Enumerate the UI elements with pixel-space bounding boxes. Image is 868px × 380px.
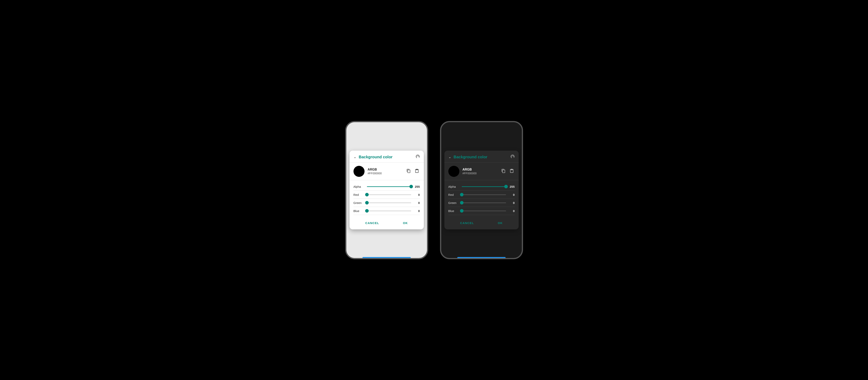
dialog-title-dark: Background color: [454, 155, 488, 159]
slider-thumb-blue-light[interactable]: [365, 209, 369, 213]
slider-value-green-dark: 0: [509, 201, 515, 205]
slider-row-blue-light: Blue 0: [353, 207, 420, 215]
slider-track-bg-blue-light: [367, 211, 411, 211]
slider-track-red-light[interactable]: [367, 193, 411, 197]
color-circle-light: [353, 166, 365, 177]
slider-track-green-light[interactable]: [367, 201, 411, 205]
dialog-header-dark: ⌄ Background color: [444, 150, 519, 163]
slider-thumb-alpha-dark[interactable]: [504, 185, 508, 188]
chevron-down-icon-dark[interactable]: ⌄: [448, 155, 451, 159]
slider-track-red-dark[interactable]: [462, 193, 506, 197]
slider-row-green-light: Green 0: [353, 199, 420, 207]
phone-light: ⌄ Background color ARGB #FF000000: [345, 121, 428, 259]
slider-fill-alpha-dark: [462, 186, 506, 187]
slider-value-green-light: 0: [414, 201, 420, 205]
palette-icon-dark[interactable]: [510, 154, 515, 160]
slider-label-green-dark: Green: [448, 201, 459, 205]
palette-icon-light[interactable]: [415, 154, 420, 160]
slider-track-blue-dark[interactable]: [462, 209, 506, 213]
slider-track-bg-alpha-dark: [462, 186, 506, 187]
slider-row-alpha-light: Alpha 255: [353, 183, 420, 191]
slider-track-bg-green-dark: [462, 203, 506, 203]
slider-label-alpha-dark: Alpha: [448, 185, 459, 188]
copy-icons-light: [406, 168, 420, 175]
slider-track-green-dark[interactable]: [462, 201, 506, 205]
color-info-light: ARGB #FF000000: [368, 168, 402, 175]
slider-label-red-light: Red: [353, 193, 364, 197]
slider-fill-alpha-light: [367, 186, 411, 187]
slider-track-bg-blue-dark: [462, 211, 506, 211]
slider-value-red-light: 0: [414, 193, 420, 197]
slider-track-blue-light[interactable]: [367, 209, 411, 213]
slider-track-alpha-dark[interactable]: [462, 184, 506, 188]
color-format-light: ARGB: [368, 168, 402, 171]
cancel-button-light[interactable]: CANCEL: [362, 220, 383, 226]
slider-value-red-dark: 0: [509, 193, 515, 197]
slider-thumb-red-dark[interactable]: [460, 193, 464, 197]
slider-thumb-red-light[interactable]: [365, 193, 369, 197]
slider-label-green-light: Green: [353, 201, 364, 205]
color-info-dark: ARGB #FF000000: [463, 168, 497, 175]
slider-value-blue-dark: 0: [509, 209, 515, 213]
slider-track-alpha-light[interactable]: [367, 184, 411, 188]
phone-dark: ⌄ Background color ARGB #FF000000: [440, 121, 523, 259]
slider-label-blue-dark: Blue: [448, 209, 459, 213]
paste-icon-dark[interactable]: [509, 168, 515, 175]
slider-row-blue-dark: Blue 0: [448, 207, 515, 215]
color-hex-light: #FF000000: [368, 172, 402, 175]
slider-track-bg-alpha-light: [367, 186, 411, 187]
slider-row-red-dark: Red 0: [448, 191, 515, 199]
slider-value-alpha-light: 255: [414, 185, 420, 188]
slider-value-alpha-dark: 255: [509, 185, 515, 188]
slider-label-alpha-light: Alpha: [353, 185, 364, 188]
slider-thumb-green-light[interactable]: [365, 201, 369, 205]
header-left-dark: ⌄ Background color: [448, 155, 488, 159]
copy-icons-dark: [500, 168, 515, 175]
slider-thumb-alpha-light[interactable]: [409, 185, 413, 188]
slider-label-red-dark: Red: [448, 193, 459, 197]
slider-row-alpha-dark: Alpha 255: [448, 183, 515, 191]
sliders-section-light: Alpha 255 Red 0: [349, 180, 424, 216]
paste-icon-light[interactable]: [414, 168, 420, 175]
color-circle-dark: [448, 166, 459, 177]
color-format-dark: ARGB: [463, 168, 497, 171]
slider-label-blue-light: Blue: [353, 209, 364, 213]
color-hex-dark: #FF000000: [463, 172, 497, 175]
copy-icon-dark[interactable]: [500, 168, 506, 175]
header-left-light: ⌄ Background color: [353, 155, 393, 159]
dialog-footer-light: CANCEL OK: [349, 216, 424, 230]
sliders-section-dark: Alpha 255 Red 0: [444, 180, 519, 216]
dialog-footer-dark: CANCEL OK: [444, 216, 519, 230]
slider-row-red-light: Red 0: [353, 191, 420, 199]
dialog-title-light: Background color: [359, 155, 393, 159]
dialog-light: ⌄ Background color ARGB #FF000000: [349, 150, 424, 230]
slider-track-bg-red-dark: [462, 195, 506, 195]
copy-icon-light[interactable]: [406, 168, 411, 175]
ok-button-dark[interactable]: OK: [494, 220, 506, 226]
slider-row-green-dark: Green 0: [448, 199, 515, 207]
dialog-dark: ⌄ Background color ARGB #FF000000: [444, 150, 519, 230]
ok-button-light[interactable]: OK: [399, 220, 412, 226]
slider-track-bg-green-light: [367, 203, 411, 203]
color-preview-light: ARGB #FF000000: [349, 163, 424, 180]
slider-thumb-blue-dark[interactable]: [460, 209, 464, 213]
cancel-button-dark[interactable]: CANCEL: [456, 220, 478, 226]
color-preview-dark: ARGB #FF000000: [444, 163, 519, 180]
slider-thumb-green-dark[interactable]: [460, 201, 464, 205]
chevron-down-icon[interactable]: ⌄: [353, 155, 356, 159]
slider-track-bg-red-light: [367, 195, 411, 195]
dialog-header-light: ⌄ Background color: [349, 150, 424, 163]
slider-value-blue-light: 0: [414, 209, 420, 213]
